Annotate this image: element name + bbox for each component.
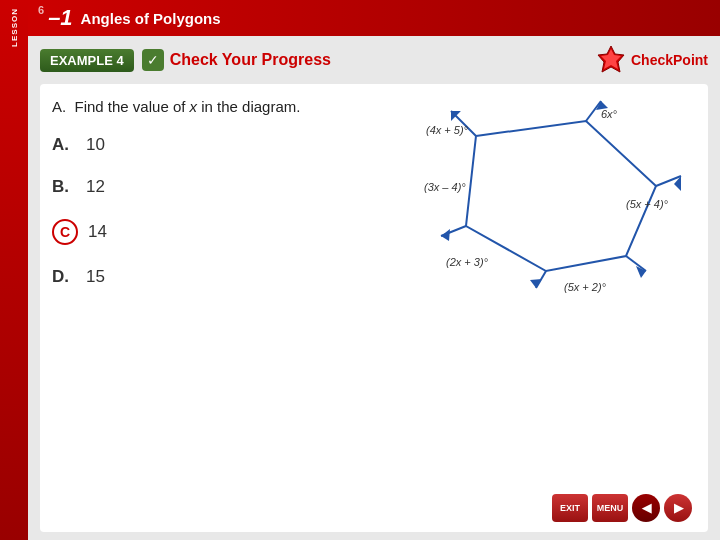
option-letter-d: D. <box>52 267 72 287</box>
answer-option-c[interactable]: C 14 <box>52 219 400 245</box>
svg-marker-12 <box>530 279 542 288</box>
answer-option-b[interactable]: B. 12 <box>52 177 400 197</box>
example-header: EXAMPLE 4 ✓ Check Your Progress CheckPoi… <box>28 36 720 84</box>
lesson-number: –1 <box>48 5 72 31</box>
svg-line-9 <box>626 256 646 271</box>
check-progress-text: Check Your Progress <box>170 51 331 69</box>
svg-text:(3x – 4)°: (3x – 4)° <box>424 181 466 193</box>
option-value-c: 14 <box>88 222 107 242</box>
checkpoint-text: CheckPoint <box>631 52 708 68</box>
svg-line-5 <box>586 101 601 121</box>
option-circle-c: C <box>52 219 78 245</box>
next-button[interactable]: ▶ <box>664 494 692 522</box>
polygon-diagram: (4x + 5)° 6x° (3x – 4)° (5x + 4)° (2x + … <box>416 96 696 316</box>
exit-button[interactable]: EXIT <box>552 494 588 522</box>
question-text: A. Find the value of x in the diagram. <box>52 96 400 117</box>
option-letter-b: B. <box>52 177 72 197</box>
option-value-d: 15 <box>86 267 105 287</box>
lesson-number-small: 6 <box>38 4 44 16</box>
option-value-a: 10 <box>86 135 105 155</box>
option-value-b: 12 <box>86 177 105 197</box>
svg-text:(4x + 5)°: (4x + 5)° <box>426 124 469 136</box>
svg-marker-2 <box>466 121 656 271</box>
svg-marker-14 <box>441 229 450 241</box>
option-letter-a: A. <box>52 135 72 155</box>
sidebar: LESSON <box>0 0 28 540</box>
checkpoint-svg-icon <box>595 44 627 76</box>
diagram-area: (4x + 5)° 6x° (3x – 4)° (5x + 4)° (2x + … <box>416 96 696 520</box>
check-icon: ✓ <box>142 49 164 71</box>
answer-option-d[interactable]: D. 15 <box>52 267 400 287</box>
left-panel: A. Find the value of x in the diagram. A… <box>52 96 400 520</box>
bottom-nav: EXIT MENU ◀ ▶ <box>552 494 692 522</box>
svg-text:(5x + 2)°: (5x + 2)° <box>564 281 607 293</box>
sidebar-label: LESSON <box>10 8 19 47</box>
answer-option-a[interactable]: A. 10 <box>52 135 400 155</box>
main-content: EXAMPLE 4 ✓ Check Your Progress CheckPoi… <box>28 36 720 540</box>
lesson-title: Angles of Polygons <box>81 10 221 27</box>
content-box: A. Find the value of x in the diagram. A… <box>40 84 708 532</box>
checkpoint-logo: CheckPoint <box>595 44 708 76</box>
prev-button[interactable]: ◀ <box>632 494 660 522</box>
svg-text:6x°: 6x° <box>601 108 618 120</box>
check-progress: ✓ Check Your Progress <box>142 49 331 71</box>
svg-text:(5x + 4)°: (5x + 4)° <box>626 198 669 210</box>
top-bar: 6 –1 Angles of Polygons <box>28 0 720 36</box>
example-badge: EXAMPLE 4 <box>40 49 134 72</box>
menu-button[interactable]: MENU <box>592 494 628 522</box>
svg-text:(2x + 3)°: (2x + 3)° <box>446 256 489 268</box>
